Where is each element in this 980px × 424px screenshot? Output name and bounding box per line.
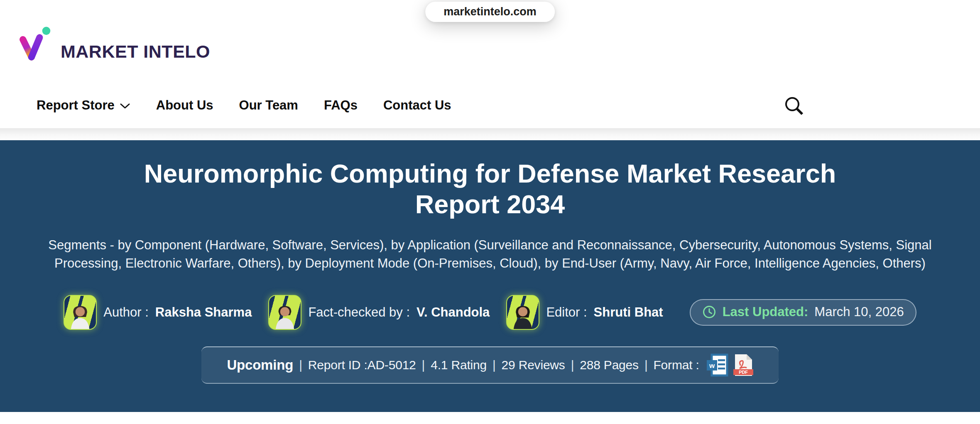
last-updated-label: Last Updated: xyxy=(723,305,808,319)
word-doc-icon[interactable]: w xyxy=(707,353,728,377)
report-rating: 4.1 Rating xyxy=(431,358,487,372)
last-updated-badge: Last Updated: March 10, 2026 xyxy=(690,299,916,326)
meta-separator: | xyxy=(492,358,496,372)
nav-report-store[interactable]: Report Store xyxy=(37,98,130,113)
editor-item: Editor : Shruti Bhat xyxy=(506,295,663,330)
clock-icon xyxy=(702,305,716,319)
nav-about-us[interactable]: About Us xyxy=(156,98,213,113)
nav-faqs-label: FAQs xyxy=(324,98,358,113)
report-id: Report ID :AD-5012 xyxy=(308,358,416,372)
meta-separator: | xyxy=(644,358,648,372)
nav-contact-us[interactable]: Contact Us xyxy=(383,98,451,113)
fact-checker-item: Fact-checked by : V. Chandola xyxy=(268,295,490,330)
brand-name: MARKET INTELO xyxy=(61,43,210,66)
page-title-line2: Report 2034 xyxy=(144,189,836,220)
nav-contact-us-label: Contact Us xyxy=(383,98,451,113)
fact-checker-name: V. Chandola xyxy=(416,305,490,320)
segments-subtitle: Segments - by Component (Hardware, Softw… xyxy=(37,236,943,273)
report-reviews: 29 Reviews xyxy=(502,358,565,372)
author-name: Raksha Sharma xyxy=(155,305,252,320)
search-button[interactable] xyxy=(781,93,808,120)
nav-our-team-label: Our Team xyxy=(239,98,298,113)
editor-avatar xyxy=(506,295,539,330)
authors-row: Author : Raksha Sharma Fact-checked by :… xyxy=(64,295,916,330)
nav-about-us-label: About Us xyxy=(156,98,213,113)
page-title-line1: Neuromorphic Computing for Defense Marke… xyxy=(144,158,836,189)
last-updated-date: March 10, 2026 xyxy=(814,305,904,319)
author-item: Author : Raksha Sharma xyxy=(64,295,252,330)
meta-separator: | xyxy=(422,358,425,372)
author-avatar xyxy=(64,295,97,330)
svg-text:PDF: PDF xyxy=(739,370,748,375)
domain-badge: marketintelo.com xyxy=(425,2,555,22)
fact-checker-avatar xyxy=(268,295,301,330)
editor-label: Editor : xyxy=(546,305,587,320)
hero-section: Neuromorphic Computing for Defense Marke… xyxy=(0,140,980,412)
brand-logo[interactable]: MARKET INTELO xyxy=(17,27,210,66)
page-title: Neuromorphic Computing for Defense Marke… xyxy=(144,158,836,219)
format-label: Format : xyxy=(653,358,699,372)
pdf-file-icon[interactable]: PDF xyxy=(733,353,753,377)
chevron-down-icon xyxy=(120,98,130,113)
svg-text:w: w xyxy=(709,362,715,370)
report-meta-bar: Upcoming | Report ID :AD-5012 | 4.1 Rati… xyxy=(201,346,779,384)
header-divider-band xyxy=(0,128,980,140)
brand-logo-mark-icon xyxy=(17,27,54,66)
editor-name: Shruti Bhat xyxy=(594,305,663,320)
nav-faqs[interactable]: FAQs xyxy=(324,98,358,113)
search-icon xyxy=(782,94,806,119)
nav-our-team[interactable]: Our Team xyxy=(239,98,298,113)
meta-separator: | xyxy=(571,358,574,372)
report-pages: 288 Pages xyxy=(580,358,639,372)
report-status-badge: Upcoming xyxy=(227,357,293,373)
fact-checker-label: Fact-checked by : xyxy=(308,305,410,320)
nav-report-store-label: Report Store xyxy=(37,98,115,113)
meta-separator: | xyxy=(299,358,302,372)
main-nav: Report Store About Us Our Team FAQs Cont… xyxy=(37,98,451,113)
author-label: Author : xyxy=(103,305,149,320)
